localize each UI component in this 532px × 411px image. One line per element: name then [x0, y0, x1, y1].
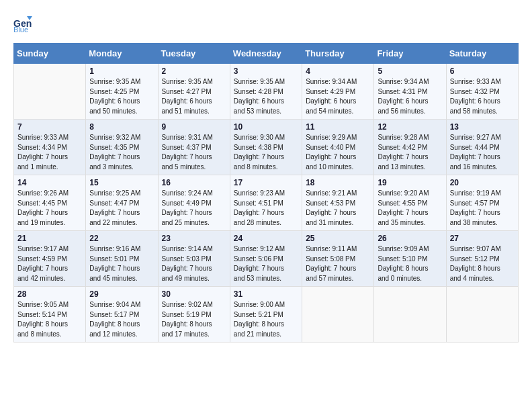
calendar-week-4: 21Sunrise: 9:17 AMSunset: 4:59 PMDayligh… [14, 231, 519, 287]
calendar-header-row: SundayMondayTuesdayWednesdayThursdayFrid… [14, 44, 519, 64]
day-number: 31 [234, 289, 298, 299]
calendar-cell: 30Sunrise: 9:02 AMSunset: 5:19 PMDayligh… [158, 287, 230, 342]
day-number: 2 [162, 66, 226, 76]
day-number: 24 [234, 234, 298, 243]
day-info: Sunrise: 9:33 AMSunset: 4:32 PMDaylight:… [450, 77, 515, 116]
calendar-cell: 23Sunrise: 9:14 AMSunset: 5:03 PMDayligh… [158, 231, 230, 287]
calendar-cell: 26Sunrise: 9:09 AMSunset: 5:10 PMDayligh… [374, 231, 446, 287]
header-day-tuesday: Tuesday [158, 44, 230, 64]
day-number: 9 [162, 122, 226, 132]
calendar-header: SundayMondayTuesdayWednesdayThursdayFrid… [14, 44, 519, 64]
day-number: 30 [162, 289, 226, 299]
day-number: 11 [306, 122, 370, 132]
svg-text:Blue: Blue [13, 26, 28, 32]
calendar-cell: 15Sunrise: 9:25 AMSunset: 4:47 PMDayligh… [86, 175, 158, 231]
calendar-cell: 16Sunrise: 9:24 AMSunset: 4:49 PMDayligh… [158, 175, 230, 231]
day-number: 13 [450, 122, 515, 132]
calendar-cell: 4Sunrise: 9:34 AMSunset: 4:29 PMDaylight… [302, 64, 374, 120]
header-day-monday: Monday [86, 44, 158, 64]
calendar-cell: 21Sunrise: 9:17 AMSunset: 4:59 PMDayligh… [14, 231, 86, 287]
calendar-cell: 12Sunrise: 9:28 AMSunset: 4:42 PMDayligh… [374, 120, 446, 175]
day-info: Sunrise: 9:34 AMSunset: 4:31 PMDaylight:… [378, 77, 442, 116]
day-info: Sunrise: 9:20 AMSunset: 4:55 PMDaylight:… [378, 189, 442, 228]
day-info: Sunrise: 9:12 AMSunset: 5:06 PMDaylight:… [234, 244, 298, 283]
calendar-cell: 9Sunrise: 9:31 AMSunset: 4:37 PMDaylight… [158, 120, 230, 175]
header-day-saturday: Saturday [446, 44, 518, 64]
day-info: Sunrise: 9:35 AMSunset: 4:28 PMDaylight:… [234, 77, 298, 116]
day-number: 22 [89, 234, 154, 243]
day-number: 21 [17, 234, 82, 243]
calendar-cell: 2Sunrise: 9:35 AMSunset: 4:27 PMDaylight… [158, 64, 230, 120]
day-number: 17 [234, 178, 298, 187]
day-info: Sunrise: 9:16 AMSunset: 5:01 PMDaylight:… [89, 244, 154, 283]
day-info: Sunrise: 9:33 AMSunset: 4:34 PMDaylight:… [17, 133, 82, 172]
day-info: Sunrise: 9:31 AMSunset: 4:37 PMDaylight:… [162, 133, 226, 172]
day-info: Sunrise: 9:25 AMSunset: 4:47 PMDaylight:… [89, 189, 154, 228]
day-number: 12 [378, 122, 442, 132]
calendar-cell: 20Sunrise: 9:19 AMSunset: 4:57 PMDayligh… [446, 175, 518, 231]
day-number: 15 [89, 178, 154, 187]
header-day-friday: Friday [374, 44, 446, 64]
calendar-cell: 13Sunrise: 9:27 AMSunset: 4:44 PMDayligh… [446, 120, 518, 175]
day-number: 28 [17, 289, 82, 299]
day-info: Sunrise: 9:29 AMSunset: 4:40 PMDaylight:… [306, 133, 370, 172]
page-header: General Blue [13, 13, 519, 32]
calendar-cell: 24Sunrise: 9:12 AMSunset: 5:06 PMDayligh… [230, 231, 302, 287]
day-number: 6 [450, 66, 515, 76]
calendar-cell: 5Sunrise: 9:34 AMSunset: 4:31 PMDaylight… [374, 64, 446, 120]
day-info: Sunrise: 9:35 AMSunset: 4:25 PMDaylight:… [89, 77, 154, 116]
day-number: 1 [89, 66, 154, 76]
day-info: Sunrise: 9:09 AMSunset: 5:10 PMDaylight:… [378, 244, 442, 283]
calendar-cell [302, 287, 374, 342]
calendar-cell: 19Sunrise: 9:20 AMSunset: 4:55 PMDayligh… [374, 175, 446, 231]
day-number: 26 [378, 234, 442, 243]
day-number: 23 [162, 234, 226, 243]
day-info: Sunrise: 9:11 AMSunset: 5:08 PMDaylight:… [306, 244, 370, 283]
day-info: Sunrise: 9:34 AMSunset: 4:29 PMDaylight:… [306, 77, 370, 116]
calendar-cell: 28Sunrise: 9:05 AMSunset: 5:14 PMDayligh… [14, 287, 86, 342]
calendar-cell: 7Sunrise: 9:33 AMSunset: 4:34 PMDaylight… [14, 120, 86, 175]
day-info: Sunrise: 9:23 AMSunset: 4:51 PMDaylight:… [234, 189, 298, 228]
logo-icon: General Blue [13, 13, 32, 32]
day-number: 16 [162, 178, 226, 187]
day-number: 20 [450, 178, 515, 187]
day-number: 4 [306, 66, 370, 76]
header-day-sunday: Sunday [14, 44, 86, 64]
day-number: 19 [378, 178, 442, 187]
day-number: 5 [378, 66, 442, 76]
calendar-week-1: 1Sunrise: 9:35 AMSunset: 4:25 PMDaylight… [14, 64, 519, 120]
logo: General Blue [13, 13, 35, 32]
calendar-cell: 11Sunrise: 9:29 AMSunset: 4:40 PMDayligh… [302, 120, 374, 175]
calendar-cell [446, 287, 518, 342]
calendar-week-5: 28Sunrise: 9:05 AMSunset: 5:14 PMDayligh… [14, 287, 519, 342]
day-number: 7 [17, 122, 82, 132]
day-info: Sunrise: 9:35 AMSunset: 4:27 PMDaylight:… [162, 77, 226, 116]
day-number: 3 [234, 66, 298, 76]
day-info: Sunrise: 9:00 AMSunset: 5:21 PMDaylight:… [234, 300, 298, 339]
day-info: Sunrise: 9:07 AMSunset: 5:12 PMDaylight:… [450, 244, 515, 283]
calendar-cell: 27Sunrise: 9:07 AMSunset: 5:12 PMDayligh… [446, 231, 518, 287]
calendar-cell: 31Sunrise: 9:00 AMSunset: 5:21 PMDayligh… [230, 287, 302, 342]
header-day-wednesday: Wednesday [230, 44, 302, 64]
calendar-cell: 6Sunrise: 9:33 AMSunset: 4:32 PMDaylight… [446, 64, 518, 120]
day-number: 18 [306, 178, 370, 187]
calendar-cell: 18Sunrise: 9:21 AMSunset: 4:53 PMDayligh… [302, 175, 374, 231]
calendar-cell: 29Sunrise: 9:04 AMSunset: 5:17 PMDayligh… [86, 287, 158, 342]
day-info: Sunrise: 9:14 AMSunset: 5:03 PMDaylight:… [162, 244, 226, 283]
calendar-cell: 3Sunrise: 9:35 AMSunset: 4:28 PMDaylight… [230, 64, 302, 120]
calendar-cell: 17Sunrise: 9:23 AMSunset: 4:51 PMDayligh… [230, 175, 302, 231]
calendar-table: SundayMondayTuesdayWednesdayThursdayFrid… [13, 43, 519, 342]
day-info: Sunrise: 9:19 AMSunset: 4:57 PMDaylight:… [450, 189, 515, 228]
calendar-week-2: 7Sunrise: 9:33 AMSunset: 4:34 PMDaylight… [14, 120, 519, 175]
day-info: Sunrise: 9:27 AMSunset: 4:44 PMDaylight:… [450, 133, 515, 172]
calendar-cell: 10Sunrise: 9:30 AMSunset: 4:38 PMDayligh… [230, 120, 302, 175]
day-number: 27 [450, 234, 515, 243]
day-info: Sunrise: 9:05 AMSunset: 5:14 PMDaylight:… [17, 300, 82, 339]
calendar-cell: 22Sunrise: 9:16 AMSunset: 5:01 PMDayligh… [86, 231, 158, 287]
calendar-week-3: 14Sunrise: 9:26 AMSunset: 4:45 PMDayligh… [14, 175, 519, 231]
calendar-cell: 14Sunrise: 9:26 AMSunset: 4:45 PMDayligh… [14, 175, 86, 231]
day-info: Sunrise: 9:28 AMSunset: 4:42 PMDaylight:… [378, 133, 442, 172]
calendar-cell [14, 64, 86, 120]
day-info: Sunrise: 9:26 AMSunset: 4:45 PMDaylight:… [17, 189, 82, 228]
calendar-cell [374, 287, 446, 342]
